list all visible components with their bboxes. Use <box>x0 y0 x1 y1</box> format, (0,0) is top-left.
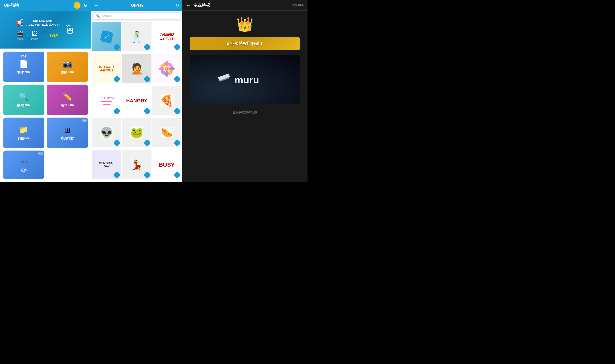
download-flower-button[interactable]: ↓ <box>174 76 180 82</box>
more-button[interactable]: AD ⋯ 更多 <box>3 151 44 179</box>
settings-icon[interactable]: ⚙ <box>83 3 87 8</box>
panel3-header: ← 专业特权 恢复购买 <box>182 0 307 11</box>
my-gif-label: 我的GIF <box>18 136 30 141</box>
app-rec-label: 应用推荐 <box>61 136 74 141</box>
panel-gif-咕噜: GIF咕噜 👑 ⚙ 📢 One Easy Step, Create Your E… <box>0 0 91 182</box>
more-label: 更多 <box>21 168 27 172</box>
download-man-button[interactable]: ↓ <box>144 76 150 82</box>
my-gif-icon-wrapper: 📁 <box>19 125 28 134</box>
gif-badge: GIF <box>21 55 26 57</box>
internet-famous-text: INTERNETFAMOUS <box>99 65 114 72</box>
gif-cell-hotdog[interactable]: 🌭 ↓ <box>152 118 181 147</box>
gif-cell-man-head[interactable]: 🤦 ↓ <box>122 54 151 83</box>
gif-cell-alien[interactable]: 👽 ↓ <box>92 118 121 147</box>
download-pizza-button[interactable]: ↓ <box>174 108 180 114</box>
trend-alert-text: TRENDALERT <box>160 32 174 41</box>
banner-right: 🖱 <box>64 23 76 37</box>
images-label: Images <box>30 38 38 40</box>
search-box[interactable]: 🔍 搜索GIF <box>94 13 180 20</box>
muru-brand-image: muru <box>190 55 300 104</box>
panel3-header-left: ← 专业特权 <box>186 2 210 8</box>
camera-gif-button[interactable]: 📷 拍摄 GIF <box>47 52 88 82</box>
giphy-settings-icon[interactable]: ⚙ <box>175 3 179 8</box>
panel3-back-button[interactable]: ← <box>186 2 191 8</box>
panel2-header: ← GIPHY ⚙ <box>91 0 182 11</box>
muru-logo-svg: muru <box>216 71 273 87</box>
edit-gif-icon-wrapper: ✏️ <box>63 92 72 101</box>
images-flow-item: 🖼 Images <box>30 31 38 40</box>
restore-purchase-button[interactable]: 恢复购买 <box>292 3 304 7</box>
gif-cell-checkmark[interactable]: ✓ ↓ <box>92 22 121 51</box>
gif-cell-memorial[interactable]: MEMORIALDAY ↓ <box>92 150 121 179</box>
flippin-bar1 <box>101 101 112 102</box>
hotdog-content: 🌭 <box>161 127 173 138</box>
app-rec-button[interactable]: AD ⊞ 应用推荐 <box>47 117 88 148</box>
gif-flow: 🎬 Video or 🖼 Images ⟹ GIF <box>17 31 58 40</box>
make-gif-button[interactable]: 📄 GIF 制作 GIF <box>3 52 44 82</box>
gif-cell-busy[interactable]: BUSY ↓ <box>152 150 181 179</box>
gif-cell-pizza[interactable]: 🍕 ↓ <box>152 86 181 115</box>
search-gif-button[interactable]: 🔍 搜索 GIF <box>3 85 44 115</box>
edit-gif-icon: ✏️ <box>63 92 72 101</box>
dance-content: 💃 <box>131 159 143 170</box>
banner-line2: Create Your Exclusive Gif ! <box>26 23 60 27</box>
download-frog-button[interactable]: ↓ <box>144 140 150 146</box>
panel-pro-privileges: ← 专业特权 恢复购买 ✦ 👑 ✦ 专业版特权已解锁！ muru <box>182 0 307 182</box>
back-button[interactable]: ← <box>94 2 99 8</box>
edit-gif-button[interactable]: ✏️ 编辑 GIF <box>47 85 88 115</box>
svg-point-11 <box>166 68 167 69</box>
gif-grid: ✓ ↓ 🕺 ↓ TRENDALERT ↓ INTERNETFAMOUS ↓ 🤦 … <box>91 21 182 182</box>
gif-cell-dance[interactable]: 💃 ↓ <box>122 150 151 179</box>
camera-gif-icon: 📷 <box>63 59 72 68</box>
gif-cell-person-orange[interactable]: 🕺 ↓ <box>122 22 151 51</box>
images-icon: 🖼 <box>32 31 37 37</box>
gif-cell-internet-famous[interactable]: INTERNETFAMOUS ↓ <box>92 54 121 83</box>
banner-left: 📢 One Easy Step, Create Your Exclusive G… <box>15 19 60 40</box>
svg-point-2 <box>165 71 169 77</box>
gif-cell-hangry[interactable]: HANGRY ↓ <box>122 86 151 115</box>
panel3-title: 专业特权 <box>193 2 210 8</box>
download-busy-button[interactable]: ↓ <box>174 172 180 178</box>
gif-cell-frog[interactable]: 🐸 ↓ <box>122 118 151 147</box>
my-gif-button[interactable]: 📁 我的GIF <box>3 117 44 148</box>
video-label: Video <box>17 38 23 40</box>
edit-gif-label: 编辑 GIF <box>61 103 74 107</box>
pizza-content: 🍕 <box>160 94 174 107</box>
search-input[interactable]: 搜索GIF <box>101 14 112 18</box>
sparkle-left-icon: ✦ <box>231 17 233 21</box>
banner-content: 📢 One Easy Step, Create Your Exclusive G… <box>12 15 79 44</box>
mouse-icon: 🖱 <box>64 23 76 37</box>
search-gif-label: 搜索 GIF <box>17 103 30 107</box>
download-flippin-button[interactable]: ↓ <box>114 108 120 114</box>
download-alien-button[interactable]: ↓ <box>114 140 120 146</box>
flippin-text: IT'S FLIPPIN' <box>98 96 115 100</box>
search-area: 🔍 搜索GIF <box>91 11 182 21</box>
hangry-text: HANGRY <box>126 98 148 104</box>
gif-result-label: GIF <box>50 32 58 39</box>
vip-crown-button[interactable]: 👑 <box>74 2 81 9</box>
search-gif-icon-wrapper: 🔍 <box>19 92 28 101</box>
video-flow-item: 🎬 Video <box>17 31 23 40</box>
unlocked-banner: 专业版特权已解锁！ <box>190 37 300 50</box>
camera-gif-label: 拍摄 GIF <box>61 70 74 75</box>
busy-text: BUSY <box>159 162 175 168</box>
sparkle-right-icon: ✦ <box>257 17 259 21</box>
app-rec-icon-wrapper: ⊞ <box>64 126 71 134</box>
gif-cell-trend-alert[interactable]: TRENDALERT ↓ <box>152 22 181 51</box>
download-memorial-button[interactable]: ↓ <box>114 172 120 178</box>
unlocked-text: 专业版特权已解锁！ <box>226 41 264 46</box>
ad-badge: AD <box>82 119 87 122</box>
panel1-header-icons: 👑 ⚙ <box>74 2 87 9</box>
download-hangry-button[interactable]: ↓ <box>144 108 150 114</box>
download-person-button[interactable]: ↓ <box>144 44 150 50</box>
gif-cell-flower[interactable]: ↓ <box>152 54 181 83</box>
app-rec-icon: ⊞ <box>64 126 71 134</box>
make-gif-icon: 📄 <box>19 59 28 68</box>
download-dance-button[interactable]: ↓ <box>144 172 150 178</box>
gif-cell-flippin[interactable]: IT'S FLIPPIN' ↓ <box>92 86 121 115</box>
panel-giphy: ← GIPHY ⚙ 🔍 搜索GIF ✓ ↓ 🕺 ↓ TRENDALERT ↓ <box>91 0 182 182</box>
or-text: or <box>26 34 28 37</box>
download-hotdog-button[interactable]: ↓ <box>174 140 180 146</box>
panel1-header: GIF咕噜 👑 ⚙ <box>0 0 91 11</box>
banner: 📢 One Easy Step, Create Your Exclusive G… <box>0 11 91 49</box>
